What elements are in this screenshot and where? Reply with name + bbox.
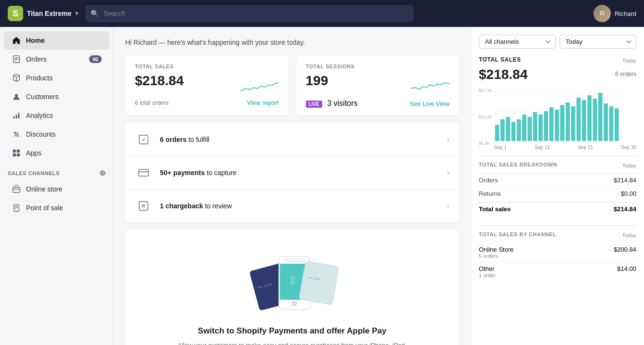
sidebar-item-label: Home xyxy=(26,37,45,44)
svg-rect-55 xyxy=(577,98,581,141)
total-sales-chart xyxy=(240,74,279,93)
sidebar-item-analytics[interactable]: Analytics xyxy=(4,106,109,125)
svg-rect-48 xyxy=(539,115,543,141)
rp-breakdown-row-total: Total sales $214.84 xyxy=(479,202,636,216)
rp-channel-online-orders: 5 orders xyxy=(479,253,636,259)
svg-rect-18 xyxy=(14,204,19,211)
sales-channels-title: SALES CHANNELS ⊕ xyxy=(0,163,113,179)
promo-image: •••• 1234  •••• 5678 xyxy=(135,249,449,317)
top-navigation: S Titan Extreme ▾ 🔍 R Richard xyxy=(0,0,644,27)
rp-channel-other-orders: 1 order xyxy=(479,272,636,278)
svg-rect-12 xyxy=(13,150,16,153)
chart-label-sep1: Sep 1 xyxy=(494,145,507,150)
svg-rect-49 xyxy=(544,111,548,141)
sidebar-item-label: Discounts xyxy=(26,130,55,138)
apple-pay-illustration: •••• 1234  •••• 5678 xyxy=(244,252,341,314)
stat-footer-sessions-left: LIVE 3 visitors xyxy=(306,99,358,108)
rp-channel-other-value: $14.00 xyxy=(617,265,636,272)
svg-rect-16 xyxy=(13,187,20,192)
svg-rect-56 xyxy=(582,100,586,141)
right-panel: All channels Today TOTAL SALES Today $21… xyxy=(471,27,644,345)
chart-label-sep21: Sep 21 xyxy=(578,145,593,150)
action-item-fulfill[interactable]: 6 orders to fulfill › xyxy=(125,123,459,156)
store-icon xyxy=(12,184,21,194)
store-logo[interactable]: S Titan Extreme ▾ xyxy=(8,6,78,21)
total-sales-value: $218.84 xyxy=(135,74,184,88)
action-text-fulfill: 6 orders to fulfill xyxy=(160,136,439,143)
rp-channel-row-other: Other $14.00 1 order xyxy=(479,262,636,281)
rp-orders-count: 6 orders xyxy=(615,71,636,77)
rp-today-label: Today xyxy=(622,58,636,64)
payments-icon xyxy=(135,164,152,181)
rp-breakdown-today: Today xyxy=(622,163,636,168)
rp-by-channel-section: TOTAL SALES BY CHANNEL Today Online Stor… xyxy=(479,231,636,281)
sidebar: Home Orders 46 Products Customers Anal xyxy=(0,27,114,345)
chevron-right-icon: › xyxy=(447,202,449,210)
action-item-payments[interactable]: 50+ payments to capture › xyxy=(125,156,459,190)
rp-chart: $27.5k $16.5k $5.5k xyxy=(479,88,636,146)
action-item-chargeback[interactable]: 1 chargeback to review › xyxy=(125,190,459,222)
action-text-chargeback: 1 chargeback to review xyxy=(160,202,439,210)
sidebar-item-apps[interactable]: Apps xyxy=(4,144,109,162)
rp-y-labels: $27.5k $16.5k $5.5k xyxy=(479,88,492,146)
svg-rect-23 xyxy=(139,169,148,176)
live-view-link[interactable]: See Live View xyxy=(410,100,449,107)
svg-rect-50 xyxy=(550,107,554,141)
sidebar-item-products[interactable]: Products xyxy=(4,69,109,87)
svg-rect-31 xyxy=(284,258,305,262)
svg-line-11 xyxy=(14,132,19,137)
sidebar-item-home[interactable]: Home xyxy=(4,31,109,50)
time-select[interactable]: Today xyxy=(560,35,637,49)
rp-breakdown-row-orders: Orders $214.84 xyxy=(479,173,636,187)
rp-channel-online-value: $200.84 xyxy=(614,246,636,253)
search-input[interactable] xyxy=(86,5,413,22)
orders-icon xyxy=(12,54,21,64)
home-icon xyxy=(12,36,21,45)
svg-rect-46 xyxy=(527,117,532,141)
channels-select[interactable]: All channels xyxy=(479,35,556,49)
divider2 xyxy=(479,225,636,226)
rp-channel-row-online: Online Store $200.84 5 orders xyxy=(479,243,636,262)
svg-point-5 xyxy=(15,94,18,97)
svg-rect-57 xyxy=(587,95,591,141)
svg-text::  xyxy=(291,274,295,286)
content-area: Hi Richard — here's what's happening wit… xyxy=(114,27,471,345)
live-badge: LIVE xyxy=(306,101,322,108)
stat-body: 199 xyxy=(306,74,450,93)
svg-point-10 xyxy=(17,135,19,137)
rp-controls: All channels Today xyxy=(479,35,636,49)
svg-rect-8 xyxy=(18,113,20,119)
svg-rect-6 xyxy=(13,116,15,119)
add-channel-icon[interactable]: ⊕ xyxy=(99,168,106,178)
shopify-icon: S xyxy=(8,6,23,21)
promo-title: Switch to Shopify Payments and offer App… xyxy=(135,326,449,336)
svg-rect-59 xyxy=(598,93,603,141)
total-sales-label: TOTAL SALES xyxy=(135,64,279,69)
svg-rect-52 xyxy=(560,105,565,141)
svg-rect-7 xyxy=(16,115,17,118)
sidebar-item-point-of-sale[interactable]: Point of sale xyxy=(4,199,109,217)
rp-channel-online-label: Online Store xyxy=(479,246,513,253)
svg-rect-51 xyxy=(555,110,559,141)
stat-body: $218.84 xyxy=(135,74,279,93)
search-icon: 🔍 xyxy=(91,10,99,17)
view-report-link[interactable]: View report xyxy=(247,99,279,106)
sidebar-item-online-store[interactable]: Online store xyxy=(4,180,109,198)
rp-total-sales-section: TOTAL SALES Today $218.84 6 orders $27.5… xyxy=(479,56,636,146)
chargeback-icon xyxy=(135,197,152,215)
sidebar-item-label: Point of sale xyxy=(26,204,63,212)
sidebar-item-customers[interactable]: Customers xyxy=(4,88,109,106)
total-sessions-label: TOTAL SESSIONS xyxy=(306,64,450,69)
promo-description: Allow your customers to make easy and se… xyxy=(177,341,408,345)
products-icon xyxy=(12,73,21,83)
sidebar-item-label: Customers xyxy=(26,93,59,101)
sidebar-item-discounts[interactable]: Discounts xyxy=(4,125,109,143)
stat-footer: 6 total orders View report xyxy=(135,99,279,106)
avatar[interactable]: R xyxy=(593,5,611,22)
svg-rect-62 xyxy=(615,108,619,141)
nav-right: R Richard xyxy=(593,5,636,22)
orders-badge: 46 xyxy=(89,55,102,63)
rp-breakdown-row-returns: Returns $0.00 xyxy=(479,187,636,200)
sidebar-item-orders[interactable]: Orders 46 xyxy=(4,50,109,68)
rp-channel-title: TOTAL SALES BY CHANNEL xyxy=(479,231,556,237)
